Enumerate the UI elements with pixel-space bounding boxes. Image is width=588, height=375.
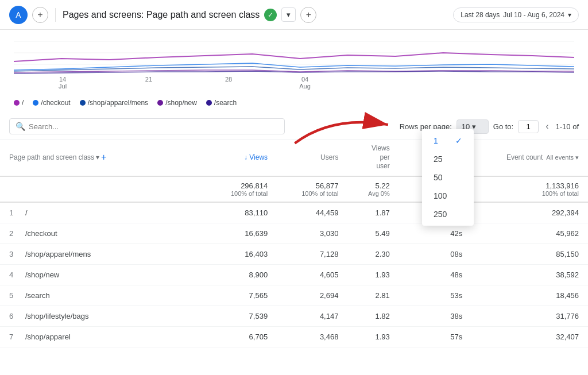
dropdown-option-250[interactable]: 250 xyxy=(422,205,474,223)
search-box: 🔍 xyxy=(9,118,285,134)
dropdown-option-100[interactable]: 100 xyxy=(422,187,474,205)
date-label: Last 28 days xyxy=(461,11,500,19)
table-row: 7 /shop/apparel 6,705 3,468 1.93 57s 32,… xyxy=(0,326,588,347)
date-dropdown-arrow: ▾ xyxy=(568,11,571,19)
toolbar: 🔍 Rows per page: 10 ▾ Go to: ‹ 1-10 of xyxy=(0,114,588,140)
legend-item-search: /search xyxy=(206,99,237,107)
col-header-vpu[interactable]: Viewsperuser xyxy=(347,140,399,176)
col-header-page-path[interactable]: Page path and screen class ▾ + xyxy=(0,140,206,176)
date-range-picker[interactable]: Last 28 days Jul 10 - Aug 6, 2024 ▾ xyxy=(453,7,579,22)
date-range-value: Jul 10 - Aug 6, 2024 xyxy=(503,11,564,19)
totals-users: 56,877 100% of total xyxy=(277,176,347,202)
title-dropdown[interactable]: ▾ xyxy=(281,7,296,22)
col-add-icon[interactable]: + xyxy=(101,152,106,163)
dropdown-option-25[interactable]: 25 xyxy=(422,150,474,168)
chart-legend: / /checkout /shop/apparel/mens /shop/new… xyxy=(0,96,588,114)
header-divider xyxy=(55,8,56,22)
table-header-row: Page path and screen class ▾ + ↓ Views U… xyxy=(0,140,588,176)
col-sort-icon: ▾ xyxy=(96,153,99,161)
status-check-icon: ✓ xyxy=(264,9,277,21)
totals-row: 296,814 100% of total 56,877 100% of tot… xyxy=(0,176,588,202)
legend-item-checkout: /checkout xyxy=(33,99,70,107)
table-row: 1 / 83,110 44,459 1.87 13s 292,394 xyxy=(0,202,588,223)
add-report-button[interactable]: + xyxy=(32,7,48,23)
line-chart xyxy=(14,30,574,76)
totals-views: 296,814 100% of total xyxy=(206,176,277,202)
add-comparison-button[interactable]: + xyxy=(300,7,316,23)
search-input[interactable] xyxy=(29,122,278,131)
dropdown-arrow-icon: ▾ xyxy=(287,10,291,19)
goto-input[interactable] xyxy=(518,120,539,133)
search-icon: 🔍 xyxy=(16,122,25,131)
table-row: 3 /shop/apparel/mens 16,403 7,128 2.30 0… xyxy=(0,243,588,264)
col-header-views[interactable]: ↓ Views xyxy=(206,140,277,176)
prev-page-button[interactable]: ‹ xyxy=(543,120,551,133)
legend-item-shop-new: /shop/new xyxy=(157,99,197,107)
table-row: 4 /shop/new 8,900 4,605 1.93 48s 38,592 xyxy=(0,264,588,285)
chart-area: 14Jul 21 28 04Aug xyxy=(0,30,588,96)
header-right: Last 28 days Jul 10 - Aug 6, 2024 ▾ xyxy=(453,7,579,22)
rows-per-page-dropdown: 1 ✓ 25 50 100 250 xyxy=(422,129,474,226)
totals-label xyxy=(0,176,206,202)
legend-item-root: / xyxy=(14,99,24,107)
col-header-users[interactable]: Users xyxy=(277,140,347,176)
totals-vpu: 5.22 Avg 0% xyxy=(347,176,399,202)
totals-events: 1,133,916 100% of total xyxy=(471,176,588,202)
goto-label: Go to: xyxy=(493,122,513,131)
col-header-event-count[interactable]: Event count All events ▾ xyxy=(471,140,588,176)
header: A + Pages and screens: Page path and scr… xyxy=(0,0,588,30)
dropdown-option-50[interactable]: 50 xyxy=(422,168,474,187)
table-row: 5 /search 7,565 2,694 2.81 53s 18,456 xyxy=(0,285,588,306)
table-row: 6 /shop/lifestyle/bags 7,539 4,147 1.82 … xyxy=(0,306,588,326)
dropdown-option-1[interactable]: 1 ✓ xyxy=(422,132,474,150)
table-row: 2 /checkout 16,639 3,030 5.49 42s 45,962 xyxy=(0,223,588,243)
data-table: Page path and screen class ▾ + ↓ Views U… xyxy=(0,140,588,347)
legend-item-shop-apparel-mens: /shop/apparel/mens xyxy=(80,99,148,107)
avatar: A xyxy=(9,6,28,24)
selected-check-icon: ✓ xyxy=(455,136,462,145)
page-range: 1-10 of xyxy=(556,122,579,131)
page-title: Pages and screens: Page path and screen … xyxy=(63,7,448,23)
